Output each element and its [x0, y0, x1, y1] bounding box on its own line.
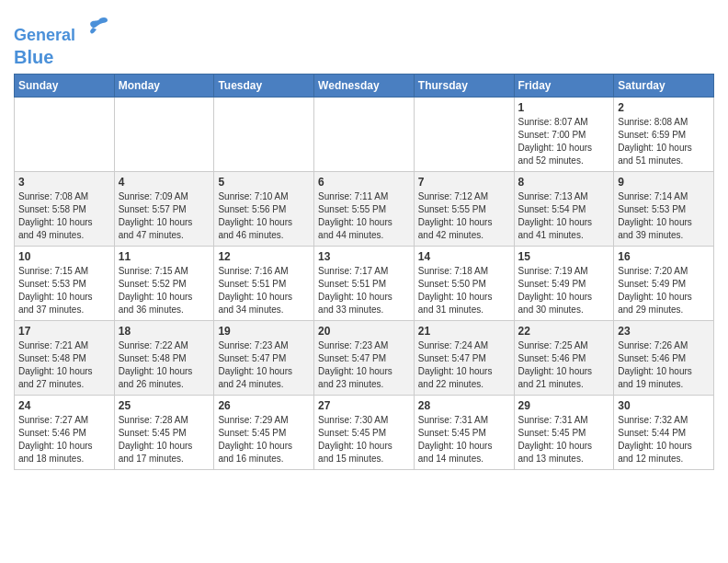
day-cell-17: 17Sunrise: 7:21 AM Sunset: 5:48 PM Dayli…: [15, 320, 115, 395]
day-number: 9: [618, 176, 710, 189]
day-number: 14: [418, 250, 510, 263]
empty-cell: [314, 97, 415, 171]
day-info: Sunrise: 7:32 AM Sunset: 5:44 PM Dayligh…: [618, 414, 710, 465]
day-info: Sunrise: 7:30 AM Sunset: 5:45 PM Dayligh…: [318, 414, 410, 465]
day-info: Sunrise: 7:18 AM Sunset: 5:50 PM Dayligh…: [418, 265, 510, 316]
day-info: Sunrise: 7:20 AM Sunset: 5:49 PM Dayligh…: [618, 265, 710, 316]
day-number: 5: [218, 176, 310, 189]
day-info: Sunrise: 7:21 AM Sunset: 5:48 PM Dayligh…: [18, 339, 110, 391]
day-number: 4: [119, 176, 210, 189]
day-info: Sunrise: 7:14 AM Sunset: 5:53 PM Dayligh…: [618, 190, 710, 242]
day-number: 23: [618, 325, 710, 338]
day-info: Sunrise: 7:26 AM Sunset: 5:46 PM Dayligh…: [618, 339, 710, 391]
day-info: Sunrise: 7:10 AM Sunset: 5:56 PM Dayligh…: [218, 190, 310, 242]
day-info: Sunrise: 7:15 AM Sunset: 5:52 PM Dayligh…: [119, 265, 210, 316]
day-info: Sunrise: 7:24 AM Sunset: 5:47 PM Dayligh…: [418, 339, 510, 391]
week-row-1: 1Sunrise: 8:07 AM Sunset: 7:00 PM Daylig…: [15, 97, 714, 171]
day-info: Sunrise: 7:31 AM Sunset: 5:45 PM Dayligh…: [418, 414, 510, 465]
day-number: 20: [318, 325, 410, 338]
day-cell-15: 15Sunrise: 7:19 AM Sunset: 5:49 PM Dayli…: [514, 246, 614, 320]
calendar-table: SundayMondayTuesdayWednesdayThursdayFrid…: [14, 74, 714, 470]
weekday-header-row: SundayMondayTuesdayWednesdayThursdayFrid…: [15, 74, 714, 97]
week-row-2: 3Sunrise: 7:08 AM Sunset: 5:58 PM Daylig…: [15, 171, 714, 246]
day-info: Sunrise: 7:23 AM Sunset: 5:47 PM Dayligh…: [318, 339, 410, 391]
day-number: 17: [18, 325, 110, 338]
empty-cell: [414, 97, 514, 171]
day-number: 25: [119, 399, 210, 412]
day-number: 29: [518, 399, 610, 412]
weekday-header-monday: Monday: [114, 74, 214, 97]
day-info: Sunrise: 7:16 AM Sunset: 5:51 PM Dayligh…: [218, 265, 310, 316]
day-number: 27: [318, 399, 410, 412]
day-cell-22: 22Sunrise: 7:25 AM Sunset: 5:46 PM Dayli…: [514, 320, 614, 395]
day-cell-12: 12Sunrise: 7:16 AM Sunset: 5:51 PM Dayli…: [214, 246, 314, 320]
logo: General Blue: [14, 15, 109, 68]
week-row-5: 24Sunrise: 7:27 AM Sunset: 5:46 PM Dayli…: [15, 395, 714, 469]
empty-cell: [15, 97, 115, 171]
day-info: Sunrise: 7:15 AM Sunset: 5:53 PM Dayligh…: [18, 265, 110, 316]
day-number: 26: [218, 399, 310, 412]
day-cell-10: 10Sunrise: 7:15 AM Sunset: 5:53 PM Dayli…: [15, 246, 115, 320]
day-number: 15: [518, 250, 610, 263]
day-cell-2: 2Sunrise: 8:08 AM Sunset: 6:59 PM Daylig…: [614, 97, 714, 171]
day-info: Sunrise: 7:28 AM Sunset: 5:45 PM Dayligh…: [119, 414, 210, 465]
day-info: Sunrise: 7:29 AM Sunset: 5:45 PM Dayligh…: [218, 414, 310, 465]
day-info: Sunrise: 7:11 AM Sunset: 5:55 PM Dayligh…: [318, 190, 410, 242]
day-info: Sunrise: 7:13 AM Sunset: 5:54 PM Dayligh…: [518, 190, 610, 242]
day-cell-8: 8Sunrise: 7:13 AM Sunset: 5:54 PM Daylig…: [514, 171, 614, 246]
logo-blue: Blue: [14, 46, 109, 68]
day-info: Sunrise: 7:19 AM Sunset: 5:49 PM Dayligh…: [518, 265, 610, 316]
day-info: Sunrise: 7:31 AM Sunset: 5:45 PM Dayligh…: [518, 414, 610, 465]
day-number: 24: [18, 399, 110, 412]
week-row-4: 17Sunrise: 7:21 AM Sunset: 5:48 PM Dayli…: [15, 320, 714, 395]
weekday-header-tuesday: Tuesday: [214, 74, 314, 97]
day-number: 12: [218, 250, 310, 263]
day-number: 28: [418, 399, 510, 412]
day-info: Sunrise: 7:08 AM Sunset: 5:58 PM Dayligh…: [18, 190, 110, 242]
day-cell-23: 23Sunrise: 7:26 AM Sunset: 5:46 PM Dayli…: [614, 320, 714, 395]
day-number: 6: [318, 176, 410, 189]
day-cell-19: 19Sunrise: 7:23 AM Sunset: 5:47 PM Dayli…: [214, 320, 314, 395]
day-info: Sunrise: 7:25 AM Sunset: 5:46 PM Dayligh…: [518, 339, 610, 391]
day-cell-5: 5Sunrise: 7:10 AM Sunset: 5:56 PM Daylig…: [214, 171, 314, 246]
day-cell-30: 30Sunrise: 7:32 AM Sunset: 5:44 PM Dayli…: [614, 395, 714, 469]
day-number: 18: [119, 325, 210, 338]
day-cell-25: 25Sunrise: 7:28 AM Sunset: 5:45 PM Dayli…: [114, 395, 214, 469]
day-cell-27: 27Sunrise: 7:30 AM Sunset: 5:45 PM Dayli…: [314, 395, 415, 469]
day-cell-3: 3Sunrise: 7:08 AM Sunset: 5:58 PM Daylig…: [15, 171, 115, 246]
weekday-header-sunday: Sunday: [15, 74, 115, 97]
day-cell-7: 7Sunrise: 7:12 AM Sunset: 5:55 PM Daylig…: [414, 171, 514, 246]
day-info: Sunrise: 8:07 AM Sunset: 7:00 PM Dayligh…: [518, 116, 610, 167]
day-cell-4: 4Sunrise: 7:09 AM Sunset: 5:57 PM Daylig…: [114, 171, 214, 246]
logo-general: General: [14, 26, 75, 44]
day-cell-1: 1Sunrise: 8:07 AM Sunset: 7:00 PM Daylig…: [514, 97, 614, 171]
day-number: 7: [418, 176, 510, 189]
logo-bird-icon: [82, 15, 109, 40]
empty-cell: [114, 97, 214, 171]
day-number: 1: [518, 101, 610, 114]
day-cell-29: 29Sunrise: 7:31 AM Sunset: 5:45 PM Dayli…: [514, 395, 614, 469]
weekday-header-saturday: Saturday: [614, 74, 714, 97]
day-cell-21: 21Sunrise: 7:24 AM Sunset: 5:47 PM Dayli…: [414, 320, 514, 395]
day-number: 8: [518, 176, 610, 189]
day-cell-9: 9Sunrise: 7:14 AM Sunset: 5:53 PM Daylig…: [614, 171, 714, 246]
day-number: 16: [618, 250, 710, 263]
day-cell-24: 24Sunrise: 7:27 AM Sunset: 5:46 PM Dayli…: [15, 395, 115, 469]
day-cell-20: 20Sunrise: 7:23 AM Sunset: 5:47 PM Dayli…: [314, 320, 415, 395]
day-number: 11: [119, 250, 210, 263]
day-cell-28: 28Sunrise: 7:31 AM Sunset: 5:45 PM Dayli…: [414, 395, 514, 469]
weekday-header-friday: Friday: [514, 74, 614, 97]
day-info: Sunrise: 7:12 AM Sunset: 5:55 PM Dayligh…: [418, 190, 510, 242]
day-cell-18: 18Sunrise: 7:22 AM Sunset: 5:48 PM Dayli…: [114, 320, 214, 395]
day-info: Sunrise: 7:09 AM Sunset: 5:57 PM Dayligh…: [119, 190, 210, 242]
day-cell-16: 16Sunrise: 7:20 AM Sunset: 5:49 PM Dayli…: [614, 246, 714, 320]
day-info: Sunrise: 7:22 AM Sunset: 5:48 PM Dayligh…: [119, 339, 210, 391]
weekday-header-wednesday: Wednesday: [314, 74, 415, 97]
day-number: 13: [318, 250, 410, 263]
day-info: Sunrise: 7:17 AM Sunset: 5:51 PM Dayligh…: [318, 265, 410, 316]
day-cell-11: 11Sunrise: 7:15 AM Sunset: 5:52 PM Dayli…: [114, 246, 214, 320]
day-number: 22: [518, 325, 610, 338]
day-info: Sunrise: 7:27 AM Sunset: 5:46 PM Dayligh…: [18, 414, 110, 465]
day-number: 3: [18, 176, 110, 189]
day-cell-26: 26Sunrise: 7:29 AM Sunset: 5:45 PM Dayli…: [214, 395, 314, 469]
